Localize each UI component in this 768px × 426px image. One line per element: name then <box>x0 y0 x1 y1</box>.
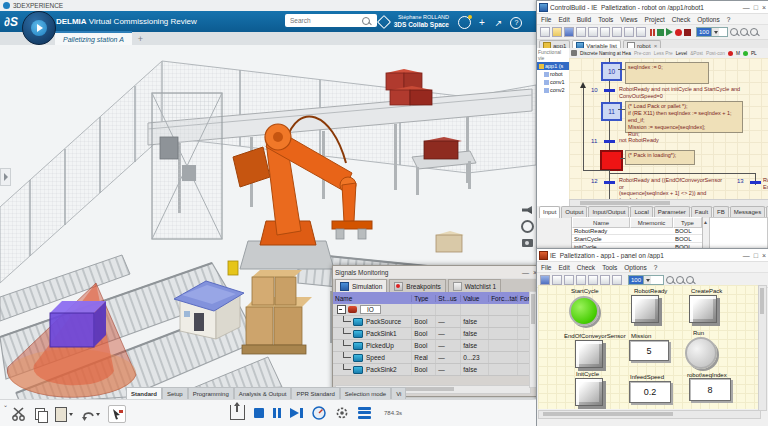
var-scroll-up-icon[interactable]: ▲ <box>703 219 708 225</box>
search-box[interactable] <box>285 14 377 27</box>
save-icon[interactable] <box>564 27 574 37</box>
close-icon[interactable]: × <box>762 252 766 259</box>
col-value[interactable]: Value <box>461 295 489 302</box>
stop-icon[interactable] <box>684 29 691 36</box>
redo-icon[interactable] <box>612 275 622 285</box>
tree-item-robot[interactable]: robot <box>537 70 569 78</box>
start-cycle-button[interactable] <box>569 296 599 326</box>
tab-analysis-output[interactable]: Analysis & Output <box>234 387 292 399</box>
speed-gauge-icon[interactable] <box>312 406 326 420</box>
layers-icon[interactable] <box>358 407 371 419</box>
pointer-tool-button[interactable] <box>108 405 126 423</box>
paste-button[interactable] <box>55 407 73 422</box>
tab-selection-mode[interactable]: Selection mode <box>340 387 391 399</box>
paste-icon[interactable] <box>588 275 598 285</box>
zoom-fit-icon[interactable] <box>686 276 694 284</box>
run-icon[interactable] <box>666 28 673 36</box>
init-cycle-button[interactable] <box>575 378 603 406</box>
robot-ready-button[interactable] <box>631 295 659 323</box>
zoom-in-icon[interactable] <box>666 276 674 284</box>
undo-icon[interactable] <box>600 275 610 285</box>
tab-breakpoints[interactable]: Breakpoints <box>389 279 445 292</box>
tree-item-conv1[interactable]: conv1 <box>537 78 569 86</box>
menu-options[interactable]: Options <box>624 264 646 271</box>
new-tab-icon[interactable]: + <box>138 34 143 44</box>
col-status[interactable]: St...us <box>436 295 461 302</box>
menu-help[interactable]: ? <box>727 16 731 23</box>
compass-tool-icon[interactable] <box>521 220 534 233</box>
record-icon[interactable] <box>675 29 682 36</box>
sfc-transition-13[interactable] <box>750 181 761 184</box>
menu-check[interactable]: Check <box>577 264 595 271</box>
toolbar-caret-icon[interactable]: ⌄ <box>3 401 8 408</box>
save-icon[interactable] <box>540 275 550 285</box>
maximize-icon[interactable]: □ <box>754 4 758 11</box>
pause-button[interactable] <box>273 408 281 418</box>
tab-simulation[interactable]: Simulation <box>335 279 387 292</box>
paste-icon[interactable] <box>612 27 622 37</box>
sfc-transition-12[interactable] <box>604 181 615 184</box>
signal-row[interactable]: Speed Real — 0...23 <box>333 352 539 364</box>
panel-zoom-combo[interactable]: 100 <box>628 275 664 285</box>
tree-item-conv2[interactable]: conv2 <box>537 86 569 94</box>
signal-row[interactable]: PackSink2 Bool — false <box>333 364 539 376</box>
camera-icon[interactable] <box>522 239 533 247</box>
sfc-transition-10[interactable] <box>604 89 615 92</box>
sfc-action-10[interactable]: seqIndex := 0; <box>625 62 709 84</box>
tab-ppr-standard[interactable]: PPR Standard <box>291 387 339 399</box>
tab-fault[interactable]: Fault <box>691 206 712 218</box>
infeed-speed-field[interactable]: 0.2 <box>629 381 671 403</box>
sfc-step-12-active[interactable]: 12 <box>600 150 623 171</box>
cut-icon[interactable] <box>564 275 574 285</box>
tab-parameter[interactable]: Parameter <box>654 206 690 218</box>
tab-palletizing-station[interactable]: Palletizing station A <box>55 31 132 46</box>
menu-views[interactable]: Views <box>620 16 637 23</box>
redo-icon[interactable] <box>636 27 646 37</box>
print-icon[interactable] <box>552 275 562 285</box>
panel-vscrollbar[interactable] <box>758 285 767 411</box>
col-name[interactable]: Name <box>333 295 412 302</box>
sfc-action-12[interactable]: (* Pack in loading*); <box>625 150 695 165</box>
undo-icon[interactable] <box>624 27 634 37</box>
pause-debug-icon[interactable] <box>650 29 655 36</box>
lattice-tower[interactable] <box>152 93 222 239</box>
open-icon[interactable] <box>552 27 562 37</box>
stop-button[interactable] <box>254 408 264 418</box>
undo-button[interactable] <box>81 408 100 421</box>
settings-gear-icon[interactable] <box>335 406 349 420</box>
zoom-out-icon[interactable] <box>740 28 748 36</box>
variable-row[interactable]: RobotReadyBOOL <box>572 227 702 235</box>
menu-tools[interactable]: Tools <box>598 16 613 23</box>
minimize-icon[interactable]: — <box>522 269 529 276</box>
signal-row[interactable]: PickedUp Bool — false <box>333 340 539 352</box>
help-icon[interactable]: ? <box>510 17 522 29</box>
add-content-icon[interactable]: + <box>479 17 485 28</box>
tab-fb[interactable]: FB <box>713 206 729 218</box>
cut-icon[interactable] <box>588 27 598 37</box>
menu-edit[interactable]: Edit <box>558 16 569 23</box>
3dexperience-compass-icon[interactable] <box>22 11 56 45</box>
col-force-status[interactable]: Forc...tatus <box>489 295 518 302</box>
end-of-conveyor-sensor-button[interactable] <box>575 340 603 368</box>
new-icon[interactable] <box>540 27 550 37</box>
sfc-step-10[interactable]: 10 <box>601 62 622 81</box>
robot-seqindex-field[interactable]: 8 <box>689 378 731 401</box>
tab-messages[interactable]: Messages <box>730 206 765 218</box>
tree-expander-icon[interactable] <box>337 305 346 314</box>
menu-file[interactable]: File <box>541 264 551 271</box>
panel-titlebar[interactable]: IE_Palletization - app1 - panel on /app1… <box>537 249 768 262</box>
zoom-combo[interactable]: 100 <box>696 27 728 37</box>
run-button[interactable] <box>685 337 717 369</box>
copy-icon[interactable] <box>35 408 47 421</box>
tab-standard[interactable]: Standard <box>126 387 162 399</box>
tab-output[interactable]: Output <box>561 206 587 218</box>
announcement-icon[interactable] <box>522 206 532 214</box>
cut-icon[interactable] <box>12 407 27 421</box>
menu-options[interactable]: Options <box>697 16 719 23</box>
create-pack-button[interactable] <box>689 295 717 323</box>
tab-setup[interactable]: Setup <box>162 387 188 399</box>
panel-expander[interactable] <box>0 168 11 186</box>
copy-icon[interactable] <box>600 27 610 37</box>
step-play-button[interactable] <box>290 408 303 418</box>
menu-check[interactable]: Check <box>672 16 690 23</box>
